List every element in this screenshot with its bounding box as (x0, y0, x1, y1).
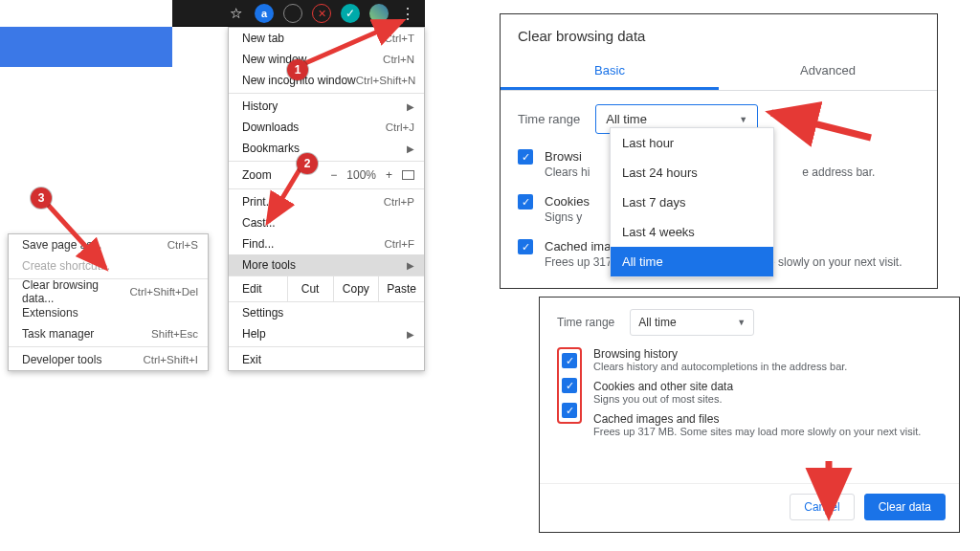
label: Downloads (242, 121, 299, 134)
menu-more-tools[interactable]: More tools▶ (229, 254, 424, 276)
shortcut: Ctrl+T (384, 33, 414, 44)
extension-skull-icon[interactable]: ✕ (312, 4, 331, 23)
zoom-in-button[interactable]: + (386, 168, 392, 182)
separator (229, 161, 424, 162)
menu-exit[interactable]: Exit (229, 349, 424, 370)
shortcut: Ctrl+Shift+Del (129, 286, 198, 298)
menu-history[interactable]: History▶ (229, 96, 424, 117)
label: Print... (242, 195, 276, 209)
chrome-menu-icon[interactable]: ⋮ (398, 4, 417, 23)
chevron-right-icon: ▶ (407, 329, 414, 340)
label: Save page as... (22, 238, 101, 252)
fullscreen-icon[interactable] (402, 170, 414, 180)
separator (229, 188, 424, 189)
row-desc: Clears history and autocompletions in th… (593, 361, 921, 372)
extension-check-icon[interactable]: ✓ (341, 4, 360, 23)
clear-browsing-data-dialog: Clear browsing data Basic Advanced Time … (500, 13, 938, 289)
shortcut: Ctrl+S (167, 239, 198, 251)
submenu-task-manager[interactable]: Task managerShift+Esc (9, 323, 208, 344)
menu-print[interactable]: Print...Ctrl+P (229, 191, 424, 212)
separator (9, 346, 208, 347)
label: Create shortcut... (22, 259, 110, 273)
cancel-button[interactable]: Cancel (790, 494, 854, 520)
step-badge-2: 2 (297, 153, 318, 174)
label: Extensions (22, 306, 78, 320)
submenu-extensions[interactable]: Extensions (9, 302, 208, 323)
label: Help (242, 327, 266, 341)
shortcut: Shift+Esc (151, 328, 198, 340)
zoom-label: Zoom (242, 168, 272, 182)
clear-browsing-data-confirm-dialog: Time range All time ✓ ✓ ✓ Browsing histo… (539, 297, 960, 533)
menu-cast[interactable]: Cast... (229, 212, 424, 233)
row-desc: Frees up 317 MB. Some sites may load mor… (593, 426, 921, 437)
checkbox-cookies[interactable]: ✓ (562, 378, 577, 393)
zoom-out-button[interactable]: − (330, 168, 337, 182)
option-all-time[interactable]: All time (611, 247, 773, 276)
menu-edit-row: Edit Cut Copy Paste (229, 276, 424, 302)
option-last-24-hours[interactable]: Last 24 hours (611, 158, 773, 187)
dialog-actions: Cancel Clear data (540, 483, 959, 532)
bookmark-star-icon[interactable]: ☆ (226, 4, 245, 23)
extension-pill-icon[interactable] (283, 4, 302, 23)
shortcut: Ctrl+N (383, 54, 414, 65)
dialog-body: Time range All time ✓ ✓ ✓ Browsing histo… (540, 298, 959, 445)
menu-settings[interactable]: Settings (229, 302, 424, 323)
cut-button[interactable]: Cut (288, 276, 334, 301)
extension-a-icon[interactable]: a (255, 4, 274, 23)
separator (229, 346, 424, 347)
label: Clear browsing data... (22, 278, 129, 305)
checkbox-cached[interactable]: ✓ (562, 403, 577, 418)
tab-advanced[interactable]: Advanced (719, 54, 937, 90)
dialog-title: Clear browsing data (501, 14, 937, 54)
edit-label: Edit (229, 276, 288, 301)
paste-button[interactable]: Paste (379, 276, 424, 301)
time-range-value: All time (638, 316, 676, 329)
label: Task manager (22, 327, 94, 341)
time-range-label: Time range (557, 316, 614, 329)
menu-bookmarks[interactable]: Bookmarks▶ (229, 138, 424, 159)
checkbox-icon[interactable]: ✓ (518, 239, 533, 254)
menu-new-tab[interactable]: New tabCtrl+T (229, 28, 424, 49)
chrome-toolbar: ☆ a ✕ ✓ ⋮ (172, 0, 425, 27)
shortcut: Ctrl+Shift+N (356, 75, 416, 86)
checkbox-column-highlight: ✓ ✓ ✓ (557, 347, 582, 424)
tab-basic[interactable]: Basic (501, 54, 719, 90)
step-badge-1: 1 (287, 59, 308, 80)
submenu-save-page[interactable]: Save page as...Ctrl+S (9, 234, 208, 255)
chrome-main-menu: New tabCtrl+T New windowCtrl+N New incog… (228, 27, 425, 371)
row-title: Cookies and other site data (593, 380, 921, 393)
time-range-dropdown: Last hour Last 24 hours Last 7 days Last… (610, 127, 774, 277)
row-desc: Signs you out of most sites. (593, 393, 921, 405)
submenu-create-shortcut: Create shortcut... (9, 255, 208, 276)
separator (229, 93, 424, 94)
menu-new-window[interactable]: New windowCtrl+N (229, 49, 424, 70)
profile-avatar[interactable] (369, 4, 389, 23)
checkbox-icon[interactable]: ✓ (518, 194, 533, 209)
submenu-developer-tools[interactable]: Developer toolsCtrl+Shift+I (9, 349, 208, 370)
option-last-hour[interactable]: Last hour (611, 128, 773, 158)
menu-help[interactable]: Help▶ (229, 323, 424, 344)
label: Exit (242, 353, 261, 366)
time-range-select[interactable]: All time (630, 309, 754, 336)
menu-new-incognito[interactable]: New incognito windowCtrl+Shift+N (229, 70, 424, 91)
more-tools-submenu: Save page as...Ctrl+S Create shortcut...… (8, 233, 209, 371)
shortcut: Ctrl+P (384, 196, 414, 208)
row-title: Cookies (545, 194, 590, 209)
option-last-7-days[interactable]: Last 7 days (611, 187, 773, 217)
menu-find[interactable]: Find...Ctrl+F (229, 233, 424, 254)
shortcut: Ctrl+J (386, 121, 414, 133)
label: Find... (242, 237, 274, 251)
menu-downloads[interactable]: DownloadsCtrl+J (229, 117, 424, 138)
option-last-4-weeks[interactable]: Last 4 weeks (611, 217, 773, 247)
row-title: Browsing history (593, 347, 921, 361)
clear-data-button[interactable]: Clear data (864, 494, 946, 520)
dialog-body: Time range All time Last hour Last 24 ho… (501, 91, 937, 288)
shortcut: Ctrl+F (384, 238, 414, 250)
checkbox-browsing-history[interactable]: ✓ (562, 353, 577, 368)
checkbox-icon[interactable]: ✓ (518, 149, 533, 165)
menu-zoom-row: Zoom − 100% + (229, 164, 424, 187)
label: More tools (242, 258, 296, 272)
time-range-value: All time (606, 112, 647, 126)
submenu-clear-browsing-data[interactable]: Clear browsing data...Ctrl+Shift+Del (9, 281, 208, 302)
copy-button[interactable]: Copy (334, 276, 380, 301)
